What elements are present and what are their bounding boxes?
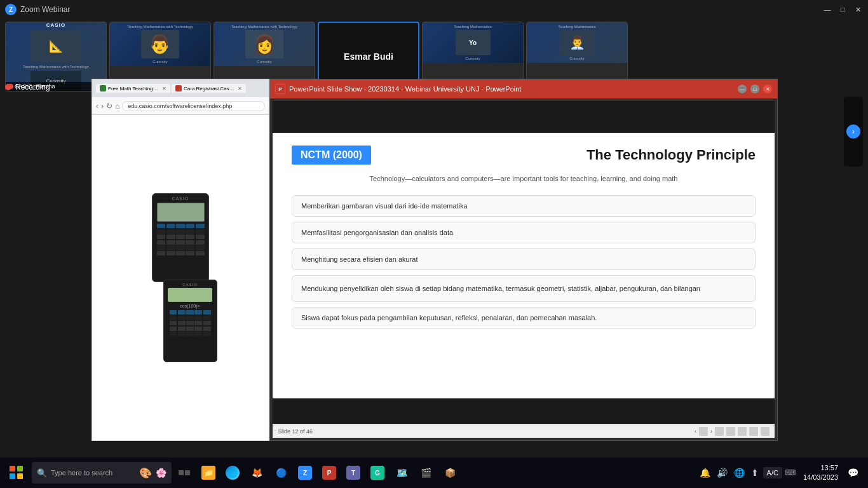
teams-icon: T — [346, 466, 360, 480]
powerpoint-taskbar-icon: P — [322, 466, 336, 480]
next-arrow-icon: › — [846, 125, 860, 139]
thumb-sub-text: Teaching Mathematics with Technology — [23, 65, 89, 69]
home-button[interactable]: ⌂ — [115, 102, 119, 111]
taskbar-clock: 13:57 14/03/2023 — [798, 463, 843, 483]
notification-center-icon[interactable]: 💬 — [846, 468, 860, 478]
clock-time: 13:57 — [803, 463, 838, 473]
upload-icon[interactable]: ⬆ — [749, 468, 761, 478]
browser-tab-0[interactable]: Free Math Teaching Materials | ... ✕ — [96, 84, 170, 93]
title-bar: Z Zoom Webinar — □ ✕ — [0, 0, 868, 19]
prev-slide-icon[interactable]: ‹ — [695, 428, 696, 435]
slide-footer — [273, 398, 775, 424]
powerpoint-taskbar-button[interactable]: P — [318, 461, 341, 484]
zoom-app-icon: Z — [5, 4, 17, 15]
file-explorer-button[interactable]: 📁 — [197, 461, 220, 484]
maps-button[interactable]: 🗺️ — [390, 461, 413, 484]
task-view-icon — [177, 466, 191, 480]
back-button[interactable]: ‹ — [96, 102, 98, 111]
search-placeholder-text: Type here to search — [51, 469, 112, 477]
slide-nav-icons: ‹ › — [695, 427, 770, 436]
chrome-icon: 🔵 — [274, 466, 288, 480]
address-bar[interactable]: edu.casio.com/softwarelicense/index.php — [122, 101, 265, 111]
network-icon[interactable]: 🌐 — [732, 468, 747, 478]
ppt-window-title: PowerPoint Slide Show - 20230314 - Webin… — [289, 85, 734, 93]
grammarly-icon: G — [370, 466, 384, 480]
slide-bullet-3: Mendukung penyelidikan oleh siswa di set… — [292, 275, 756, 302]
calc-keys-1 — [157, 224, 205, 255]
ppt-close-button[interactable]: ✕ — [763, 85, 772, 93]
media-button[interactable]: 🎬 — [414, 461, 437, 484]
taskbar-search[interactable]: 🔍 Type here to search 🎨 🌸 — [32, 462, 172, 484]
powerpoint-window: P PowerPoint Slide Show - 20230314 - Web… — [269, 79, 778, 441]
slide-bullet-2: Menghitung secara efisien dan akurat — [292, 248, 756, 270]
zoom-taskbar-button[interactable]: Z — [294, 461, 316, 484]
participant-video-dwi: Teaching Mathematics Yo Curiosity — [423, 22, 523, 63]
browser-window: Free Math Teaching Materials | ... ✕ Car… — [92, 79, 269, 441]
slide-icon-5 — [749, 427, 758, 436]
notifications-icon[interactable]: 🔔 — [698, 468, 712, 478]
calculator-1: CASIO — [152, 193, 209, 282]
slide-bullet-1: Memfasilitasi pengorganisasian dan anali… — [292, 222, 756, 243]
slide-subtitle: Technology—calculators and computers—are… — [292, 175, 756, 182]
slide-info: Slide 12 of 46 — [278, 428, 313, 435]
calc-keys-2 — [170, 310, 211, 336]
maximize-button[interactable]: □ — [837, 4, 848, 15]
principle-title: The Technology Principle — [587, 147, 756, 163]
ppt-titlebar: P PowerPoint Slide Show - 20230314 - Web… — [270, 79, 777, 98]
ppt-maximize-button[interactable]: □ — [750, 85, 759, 93]
tab-favicon-1 — [175, 85, 182, 92]
slide-bullet-4: Siswa dapat fokus pada pengambilan keput… — [292, 307, 756, 329]
ppt-minimize-button[interactable]: — — [738, 85, 747, 93]
language-indicator[interactable]: A/C — [763, 467, 782, 478]
grammarly-button[interactable]: G — [366, 461, 389, 484]
slide-icon-6 — [761, 427, 770, 436]
calc-screen-1 — [157, 203, 205, 222]
nctm-badge: NCTM (2000) — [292, 146, 371, 165]
search-bing-icon: 🌸 — [156, 468, 166, 478]
edge-button[interactable]: 🌐 — [221, 461, 244, 484]
start-button[interactable] — [3, 459, 31, 487]
keyboard-layout-icons: ⌨ — [785, 468, 796, 477]
calculator-2: CASIO cos(100)= — [163, 280, 217, 362]
forward-button[interactable]: › — [101, 102, 104, 111]
slide-header — [273, 101, 775, 133]
firefox-button[interactable]: 🦊 — [245, 461, 268, 484]
tab-close-0[interactable]: ✕ — [162, 86, 166, 92]
windows-logo-icon — [10, 466, 24, 480]
slide-status-bar: Slide 12 of 46 ‹ › — [273, 424, 775, 438]
slide-bullet-0: Memberikan gambaran visual dari ide-ide … — [292, 195, 756, 217]
reload-button[interactable]: ↻ — [106, 102, 112, 111]
clock-date: 14/03/2023 — [803, 473, 838, 482]
app-title: Zoom Webinar — [20, 5, 822, 14]
browser-titlebar: Free Math Teaching Materials | ... ✕ Car… — [92, 79, 269, 97]
recording-label: Recording — [15, 83, 50, 92]
task-view-button[interactable] — [173, 461, 196, 484]
minimize-button[interactable]: — — [822, 4, 832, 15]
tab-close-1[interactable]: ✕ — [238, 86, 242, 92]
recording-badge: Recording — [5, 83, 50, 92]
chrome-button[interactable]: 🔵 — [269, 461, 292, 484]
zoom-taskbar-icon: Z — [298, 466, 312, 480]
slide-main-content: NCTM (2000) The Technology Principle Tec… — [273, 133, 775, 398]
slide-title-row: NCTM (2000) The Technology Principle — [292, 146, 756, 165]
close-button[interactable]: ✕ — [853, 4, 863, 15]
participant-video-agus: Teaching Mathematics with Technology 👨 C… — [110, 22, 210, 66]
casio-logo: CASIO — [46, 22, 65, 28]
slide-icon-2 — [715, 427, 724, 436]
next-slide-icon[interactable]: › — [710, 428, 712, 435]
window-controls: — □ ✕ — [822, 4, 863, 15]
ppt-app-icon: P — [275, 84, 285, 94]
edge-icon: 🌐 — [226, 466, 240, 480]
browser-tab-1[interactable]: Cara Registrasi Casio ID (Casio R... ✕ — [172, 84, 246, 93]
media-icon: 🎬 — [419, 466, 433, 480]
unknown-app-icon: 📦 — [443, 466, 457, 480]
teams-button[interactable]: T — [342, 461, 365, 484]
slide-icon-4 — [738, 427, 747, 436]
app-button-unknown[interactable]: 📦 — [438, 461, 461, 484]
tab-favicon-0 — [100, 85, 106, 92]
ppt-slide-area: NCTM (2000) The Technology Principle Tec… — [273, 101, 775, 438]
volume-icon[interactable]: 🔊 — [715, 468, 729, 478]
next-participants-button[interactable]: › — [844, 97, 863, 166]
system-tray: 🔔 🔊 🌐 ⬆ A/C ⌨ 13:57 14/03/2023 💬 — [698, 463, 865, 483]
browser-content: CASIO CASIO cos(100)= — [92, 115, 269, 440]
